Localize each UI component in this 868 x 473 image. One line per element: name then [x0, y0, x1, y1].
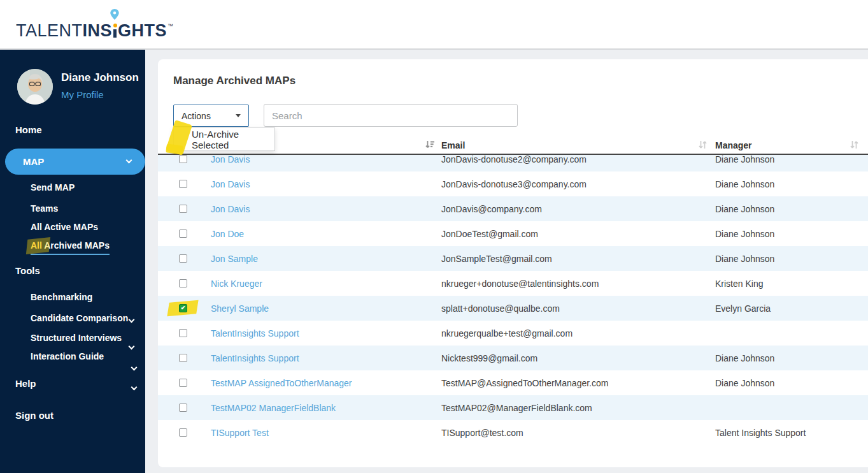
- sort-both-icon[interactable]: [850, 140, 859, 152]
- logo-i-dot: [113, 24, 117, 27]
- all-archived-maps-label: All Archived MAPs: [31, 240, 110, 255]
- header-manager[interactable]: Manager: [715, 137, 868, 154]
- sort-descending-icon[interactable]: [425, 140, 435, 152]
- email-cell: TISupport@test.com: [441, 428, 715, 438]
- sidebar-item-sign-out[interactable]: Sign out: [15, 410, 53, 421]
- email-cell: JonDoeTest@gmail.com: [441, 229, 715, 239]
- row-checkbox[interactable]: [179, 354, 187, 362]
- map-name-link[interactable]: Nick Krueger: [211, 279, 441, 289]
- chevron-down-icon: [129, 317, 135, 323]
- email-cell: nkruegerqualbe+test@gmail.com: [441, 328, 715, 338]
- manager-cell: Talent Insights Support: [715, 428, 868, 438]
- row-checkbox[interactable]: [179, 428, 187, 437]
- table-row: Jon Doe JonDoeTest@gmail.com Diane Johns…: [158, 221, 868, 246]
- sidebar-item-send-map[interactable]: Send MAP: [31, 182, 75, 193]
- table-row: TestMAP02 ManagerFieldBlank TestMAP02@Ma…: [158, 395, 868, 420]
- sidebar-item-all-archived-maps[interactable]: All Archived MAPs: [31, 240, 110, 255]
- main-content: Manage Archived MAPs Actions Un-Archive …: [145, 51, 868, 473]
- email-cell: TestMAP02@ManagerFieldBlank.com: [441, 403, 715, 413]
- dropdown-caret-icon: [236, 114, 241, 117]
- sidebar-item-teams[interactable]: Teams: [31, 203, 58, 214]
- manager-cell: Diane Johnson: [715, 353, 868, 363]
- map-name-link[interactable]: TalentInsights Support: [211, 328, 441, 338]
- row-checkbox[interactable]: [179, 205, 187, 213]
- header-email[interactable]: Email: [441, 137, 715, 154]
- row-checkbox[interactable]: [179, 155, 187, 163]
- sidebar-item-map[interactable]: MAP: [5, 149, 145, 175]
- sidebar-item-all-active-maps[interactable]: All Active MAPs: [31, 222, 98, 232]
- row-checkbox[interactable]: [179, 379, 187, 387]
- actions-dropdown-menu: Un-Archive Selected: [173, 127, 275, 151]
- table-row: Jon Sample JonSampleTest@gmail.com Diane…: [158, 246, 868, 271]
- row-checkbox-checked[interactable]: ✔: [179, 304, 187, 312]
- table-row: TalentInsights Support Nicktest999@gmail…: [158, 346, 868, 370]
- email-cell: JonDavis-donotuse3@company.com: [441, 179, 715, 189]
- email-cell: JonDavis-donotuse2@company.com: [441, 155, 715, 164]
- map-name-link[interactable]: Sheryl Sample: [211, 303, 441, 314]
- email-cell: TestMAP@AssignedToOtherManager.com: [441, 378, 715, 388]
- manager-cell: Diane Johnson: [715, 254, 868, 264]
- map-name-link[interactable]: TalentInsights Support: [211, 353, 441, 363]
- page-title: Manage Archived MAPs: [173, 75, 295, 87]
- manager-cell: Evelyn Garcia: [715, 303, 868, 314]
- map-name-link[interactable]: Jon Doe: [211, 229, 441, 239]
- map-name-link[interactable]: TestMAP AssignedToOtherManager: [211, 378, 441, 388]
- sidebar-item-structured-interviews[interactable]: Structured Interviews: [31, 333, 122, 343]
- row-checkbox[interactable]: [179, 329, 187, 337]
- table-row: Jon Davis JonDavis-donotuse2@company.com…: [158, 155, 868, 171]
- row-checkbox[interactable]: [179, 404, 187, 412]
- manager-cell: Diane Johnson: [715, 229, 868, 239]
- row-checkbox[interactable]: [179, 254, 187, 263]
- logo-text-bold-post: GHTS: [118, 23, 167, 38]
- map-label: MAP: [23, 156, 44, 167]
- map-name-link[interactable]: Jon Davis: [211, 179, 441, 189]
- map-name-link[interactable]: Jon Sample: [211, 254, 441, 264]
- check-icon: ✔: [181, 305, 186, 311]
- chevron-down-icon: [129, 344, 135, 350]
- email-cell: splatt+donotuse@qualbe.com: [441, 303, 715, 314]
- email-cell: Nicktest999@gmail.com: [441, 353, 715, 363]
- content-card: Manage Archived MAPs Actions Un-Archive …: [158, 59, 868, 467]
- table-row: Jon Davis JonDavis@company.com Diane Joh…: [158, 196, 868, 221]
- sidebar-item-home[interactable]: Home: [15, 124, 42, 135]
- logo-i-stem: [113, 29, 117, 38]
- table-row: TestMAP AssignedToOtherManager TestMAP@A…: [158, 370, 868, 395]
- table-row: Jon Davis JonDavis-donotuse3@company.com…: [158, 171, 868, 196]
- email-cell: JonDavis@company.com: [441, 204, 715, 214]
- archived-maps-table: Name Email: [158, 137, 868, 445]
- manager-cell: Diane Johnson: [715, 155, 868, 164]
- row-checkbox[interactable]: [179, 180, 187, 188]
- sidebar: Diane Johnson My Profile Home MAP Send M…: [0, 50, 145, 473]
- table-row: TISupport Test TISupport@test.com Talent…: [158, 420, 868, 445]
- sidebar-item-help[interactable]: Help: [15, 378, 36, 389]
- manager-cell: Diane Johnson: [715, 204, 868, 214]
- map-name-link[interactable]: TISupport Test: [211, 428, 441, 438]
- sidebar-item-tools[interactable]: Tools: [15, 265, 40, 276]
- sidebar-item-interaction-guide[interactable]: Interaction Guide: [31, 351, 104, 361]
- row-checkbox[interactable]: [179, 229, 187, 238]
- chevron-down-icon: [131, 384, 138, 391]
- chevron-down-icon: [126, 157, 132, 164]
- email-cell: nkrueger+donotuse@talentinsights.com: [441, 279, 715, 289]
- my-profile-link[interactable]: My Profile: [61, 89, 104, 100]
- table-row-selected: ✔ Sheryl Sample splatt+donotuse@qualbe.c…: [158, 296, 868, 321]
- map-name-link[interactable]: Jon Davis: [211, 204, 441, 214]
- trademark-symbol: ™: [167, 23, 173, 29]
- avatar[interactable]: [17, 69, 53, 105]
- actions-label: Actions: [181, 111, 211, 121]
- sidebar-item-benchmarking[interactable]: Benchmarking: [31, 292, 92, 302]
- logo-text-regular: TALENT: [16, 23, 83, 38]
- menu-item-unarchive-selected[interactable]: Un-Archive Selected: [192, 129, 274, 150]
- map-name-link[interactable]: TestMAP02 ManagerFieldBlank: [211, 403, 441, 413]
- search-input[interactable]: [264, 104, 518, 127]
- manager-cell: Diane Johnson: [715, 179, 868, 189]
- sort-both-icon[interactable]: [698, 140, 708, 152]
- table-row: TalentInsights Support nkruegerqualbe+te…: [158, 321, 868, 346]
- row-checkbox[interactable]: [179, 279, 187, 287]
- map-pin-icon: [110, 9, 119, 22]
- top-bar: TALENTINSGHTS™: [0, 0, 868, 50]
- user-name: Diane Johnson: [61, 71, 139, 84]
- sidebar-item-candidate-comparison[interactable]: Candidate Comparison: [31, 313, 128, 323]
- map-name-link[interactable]: Jon Davis: [211, 155, 441, 164]
- chevron-down-icon: [131, 365, 138, 371]
